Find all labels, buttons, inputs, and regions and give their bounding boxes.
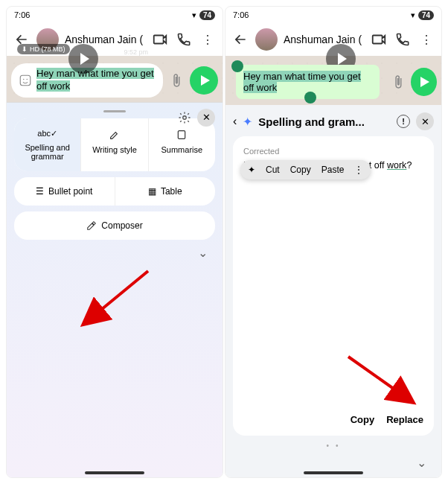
- bullet-icon: ☰: [36, 186, 44, 197]
- svg-rect-0: [20, 75, 31, 86]
- svg-point-3: [183, 116, 187, 120]
- video-call-icon[interactable]: [151, 31, 169, 48]
- svg-point-2: [27, 79, 28, 80]
- back-chevron-icon[interactable]: ‹: [233, 115, 237, 128]
- status-time: 7:06: [14, 10, 30, 19]
- copy-action[interactable]: Copy: [351, 414, 375, 425]
- chevron-down-icon[interactable]: ⌄: [417, 456, 426, 470]
- table-icon: ▦: [148, 186, 156, 197]
- summary-icon: [176, 129, 188, 141]
- info-icon[interactable]: !: [397, 115, 410, 128]
- signal-icon: ▾: [192, 10, 196, 20]
- cut-button[interactable]: Cut: [266, 165, 280, 175]
- more-icon[interactable]: ⋮: [354, 165, 363, 175]
- gear-icon[interactable]: [178, 111, 191, 124]
- play-icon[interactable]: [68, 44, 98, 74]
- back-icon[interactable]: [231, 31, 249, 48]
- attach-icon[interactable]: [167, 71, 185, 89]
- status-time: 7:06: [233, 10, 249, 19]
- bullet-point-option[interactable]: ☰ Bullet point: [14, 177, 115, 206]
- phone-right: 7:06 ▾ 74 Anshuman Jain ( ... ⋮ ✦ Cut Co…: [225, 6, 442, 478]
- nav-bar[interactable]: [85, 471, 144, 474]
- replace-action[interactable]: Replace: [386, 414, 423, 425]
- composer-option[interactable]: Composer: [14, 211, 215, 240]
- chevron-down-icon[interactable]: ⌄: [198, 246, 208, 260]
- svg-rect-4: [179, 130, 185, 138]
- battery-badge: 74: [418, 10, 434, 20]
- chat-area: ⬇ HD (78 MB) 9:52 pm Hey man what time y…: [7, 56, 223, 102]
- nav-bar[interactable]: [304, 471, 363, 474]
- sticker-icon[interactable]: [19, 74, 32, 87]
- corrected-label: Corrected: [243, 147, 423, 156]
- selection-handle-start[interactable]: [231, 60, 243, 72]
- pen-icon: [109, 129, 121, 141]
- phone-left: 7:06 ▾ 74 Anshuman Jain ( ... ⋮ ⬇ HD (78…: [6, 6, 223, 478]
- paste-button[interactable]: Paste: [321, 165, 345, 175]
- message-text: Hey man what time you get off work: [36, 68, 156, 93]
- correction-card: Corrected Hey man, what time do you get …: [233, 136, 434, 436]
- svg-point-1: [23, 79, 25, 80]
- abc-check-icon: abc✓: [37, 129, 57, 138]
- chat-area: ✦ Cut Copy Paste ⋮ Hey man what time you…: [225, 56, 441, 105]
- writing-style-option[interactable]: Writing style: [81, 118, 148, 171]
- context-menu: ✦ Cut Copy Paste ⋮: [240, 160, 371, 179]
- copy-button[interactable]: Copy: [290, 165, 311, 175]
- compose-icon: [86, 220, 97, 231]
- sheet-title: Spelling and gram...: [258, 115, 391, 128]
- signal-icon: ▾: [411, 10, 415, 20]
- magic-icon[interactable]: ✦: [248, 165, 255, 175]
- contact-name[interactable]: Anshuman Jain ( ...: [65, 34, 145, 45]
- status-bar: 7:06 ▾ 74: [225, 7, 441, 23]
- page-dots: • •: [233, 442, 434, 450]
- selected-message-bubble[interactable]: Hey man what time you get off work: [236, 65, 380, 99]
- sheet-handle[interactable]: [103, 110, 126, 112]
- avatar[interactable]: [255, 28, 278, 51]
- assistant-sheet: ✕ abc✓ Spelling and grammar Writing styl…: [7, 102, 223, 477]
- send-button[interactable]: [411, 68, 437, 96]
- input-row: Hey man what time you get off work: [7, 59, 223, 102]
- voice-call-icon[interactable]: [394, 31, 412, 48]
- hd-badge[interactable]: ⬇ HD (78 MB): [17, 44, 70, 54]
- more-icon[interactable]: ⋮: [417, 31, 435, 48]
- option-row-2: ☰ Bullet point ▦ Table: [14, 177, 215, 206]
- contact-name[interactable]: Anshuman Jain ( ...: [284, 34, 364, 45]
- attach-icon[interactable]: [390, 73, 406, 91]
- sparkle-icon: ✦: [243, 115, 252, 129]
- more-icon[interactable]: ⋮: [199, 31, 217, 48]
- battery-badge: 74: [199, 10, 215, 20]
- close-button[interactable]: ✕: [416, 112, 434, 130]
- table-option[interactable]: ▦ Table: [115, 177, 216, 206]
- voice-call-icon[interactable]: [175, 31, 193, 48]
- selection-handle-end[interactable]: [304, 92, 316, 104]
- close-button[interactable]: ✕: [197, 109, 215, 127]
- video-call-icon[interactable]: [370, 31, 388, 48]
- message-time: 9:52 pm: [124, 48, 148, 56]
- status-bar: 7:06 ▾ 74: [7, 7, 223, 23]
- send-button[interactable]: [190, 66, 218, 95]
- spelling-grammar-option[interactable]: abc✓ Spelling and grammar: [14, 118, 81, 171]
